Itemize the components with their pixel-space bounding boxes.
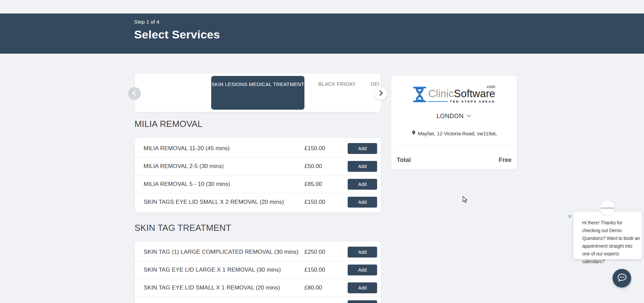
location-name: LONDON (437, 113, 464, 120)
map-pin-icon (411, 130, 416, 137)
service-row: MILIA REMOVAL 5 - 10 (30 mins)£85.00Add (135, 175, 381, 193)
chat-bubble[interactable]: Hi there! Thanks for checking out Demo. … (573, 212, 642, 259)
add-button[interactable]: Add (348, 282, 377, 293)
hourglass-logo-icon (413, 86, 426, 104)
clinic-address: Mayfair, 12 Victoria Road, sw119at, (411, 130, 497, 137)
service-row: SKIN TAGS EYE LID SMALL X 2 REMOVAL (20 … (135, 193, 381, 211)
address-text: Mayfair, 12 Victoria Road, sw119at, (418, 131, 497, 136)
service-name: SKIN TAG EYE LID SMALL X 1 REMOVAL (20 m… (144, 284, 304, 291)
service-name: SKIN TAG EYE LID LARGE X 1 REMOVAL (30 m… (144, 267, 304, 273)
service-list-skin-tag-treatment: SKIN TAG (1) LARGE COMPLICATED REMOVAL (… (135, 242, 381, 303)
total-label: Total (397, 157, 411, 164)
service-name: SKIN TAGS EYE LID SMALL X 2 REMOVAL (20 … (144, 199, 304, 205)
add-button[interactable] (348, 300, 377, 303)
category-carousel: SKIN LESIONS MEDICAL TREATMENT BLACK FRI… (135, 74, 381, 112)
add-button[interactable]: Add (348, 143, 377, 154)
total-value: Free (499, 157, 512, 164)
chat-icon (617, 273, 627, 283)
chat-close-icon[interactable]: x (568, 213, 571, 218)
section-title-milia-removal: MILIA REMOVAL (134, 119, 203, 129)
summary-divider (396, 145, 512, 146)
chevron-down-icon (466, 113, 472, 120)
add-button[interactable]: Add (348, 265, 377, 275)
chat-avatar: ClinicSoftware.com (600, 200, 615, 215)
add-button[interactable]: Add (348, 179, 377, 190)
service-price: £150.00 (304, 267, 348, 273)
chevron-left-icon (131, 90, 138, 98)
mouse-cursor (462, 196, 468, 205)
page-title: Select Services (134, 28, 644, 41)
logo-tld: .com (486, 84, 495, 89)
service-name: MILIA REMOVAL 11-20 (45 mins) (144, 145, 304, 152)
service-price: £150.00 (304, 145, 348, 152)
service-name: MILIA REMOVAL 5 - 10 (30 mins) (144, 181, 304, 188)
service-name: MILIA REMOVAL 2-5 (30 mins) (144, 163, 304, 170)
service-price: £150.00 (304, 199, 348, 205)
service-row: MILIA REMOVAL 11-20 (45 mins)£150.00Add (135, 139, 381, 157)
logo-tagline-line (428, 101, 448, 102)
header-bar: Step 1 of 4 Select Services (0, 13, 644, 54)
service-row: SKIN TAG EYE LID SMALL X 1 REMOVAL (20 m… (135, 279, 381, 297)
tab-partial[interactable]: DEI (371, 81, 379, 87)
service-row (135, 297, 381, 303)
booking-summary-card: ClinicSoftware .com TEN STEPS AHEAD LOND… (391, 76, 517, 169)
mini-logo-text: ClinicSoftware.com (600, 207, 615, 209)
service-row: SKIN TAG (1) LARGE COMPLICATED REMOVAL (… (135, 243, 381, 261)
service-row: MILIA REMOVAL 2-5 (30 mins)£50.00Add (135, 157, 381, 175)
step-indicator: Step 1 of 4 (134, 19, 644, 25)
chevron-right-icon (377, 90, 384, 98)
tab-skin-lesions-medical-treatment[interactable]: SKIN LESIONS MEDICAL TREATMENT (211, 76, 304, 110)
add-button[interactable]: Add (348, 247, 377, 257)
logo-word-clinic: Clinic (428, 88, 454, 100)
carousel-prev-button[interactable] (128, 87, 141, 100)
logo-tagline: TEN STEPS AHEAD (450, 100, 495, 103)
service-price: £85.00 (304, 181, 348, 188)
logo-word-software: Software (454, 88, 495, 100)
service-name: SKIN TAG (1) LARGE COMPLICATED REMOVAL (… (144, 249, 304, 255)
carousel-next-button[interactable] (374, 87, 387, 100)
service-row: SKIN TAG EYE LID LARGE X 1 REMOVAL (30 m… (135, 261, 381, 279)
tab-black-friday[interactable]: BLACK FRIDAY (318, 81, 356, 87)
chat-launcher-button[interactable] (613, 269, 631, 287)
add-button[interactable]: Add (348, 197, 377, 208)
location-selector[interactable]: LONDON (437, 113, 472, 120)
service-price: £80.00 (304, 284, 348, 291)
add-button[interactable]: Add (348, 161, 377, 172)
clinicsoftware-logo: ClinicSoftware .com TEN STEPS AHEAD (413, 86, 495, 103)
section-title-skin-tag-treatment: SKIN TAG TREATMENT (134, 223, 231, 233)
chat-message: Hi there! Thanks for checking out Demo. … (582, 219, 641, 266)
service-price: £250.00 (304, 249, 348, 255)
service-list-milia-removal: MILIA REMOVAL 11-20 (45 mins)£150.00AddM… (135, 138, 381, 213)
service-price: £50.00 (304, 163, 348, 170)
